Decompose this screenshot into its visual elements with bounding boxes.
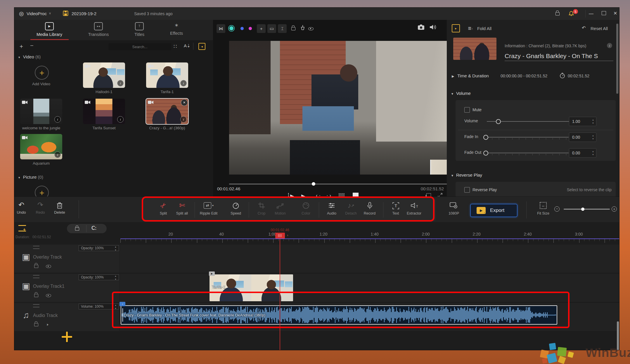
spinner-icon[interactable]: ▲▼ — [592, 118, 594, 125]
save-icon[interactable] — [63, 11, 68, 16]
tab-media-library[interactable]: ▶ Media Library — [37, 22, 62, 37]
brush-icon[interactable] — [300, 25, 306, 31]
track-drag-handle[interactable] — [33, 275, 39, 278]
track-header-overlay1[interactable]: Opacity: 100% ▲▼ ▣ Overlay Track1 — [14, 274, 120, 302]
playhead-line[interactable] — [280, 239, 280, 350]
mute-checkbox[interactable] — [464, 107, 470, 113]
app-menu[interactable]: VideoProc — [27, 11, 47, 16]
maximize-button[interactable] — [602, 11, 606, 15]
reset-all-button[interactable]: Reset All — [591, 26, 608, 31]
media-item-tarifa-sunset[interactable]: i — [83, 99, 125, 124]
grid-view-icon[interactable]: ∷ — [174, 43, 177, 50]
info-icon[interactable]: i — [180, 116, 187, 123]
collapse-arrow-icon[interactable]: ▶ — [452, 74, 454, 78]
volume-section-header[interactable]: ▼Volume — [451, 91, 471, 96]
ripple-edit-button[interactable]: ⇄ ▾ Ripple Edit — [195, 201, 222, 215]
ruler-ticks[interactable] — [120, 239, 619, 243]
fade-in-value-box[interactable]: 0.00 ▲▼ — [569, 133, 596, 142]
spinner-icon[interactable]: ▲▼ — [592, 150, 594, 156]
video-section-header[interactable]: ▾ Video (6) — [18, 54, 41, 59]
playhead-marker[interactable]: ||| — [275, 233, 285, 238]
remove-media-icon[interactable]: − — [30, 43, 34, 48]
spinner-icon[interactable]: ▲▼ — [115, 245, 117, 252]
redo-button[interactable]: ↷Redo — [31, 201, 50, 215]
zoom-slider-handle[interactable] — [581, 208, 584, 211]
info-icon[interactable]: i — [117, 116, 124, 123]
fade-out-slider[interactable] — [485, 153, 569, 153]
track-lock-icon[interactable] — [34, 264, 38, 269]
seekbar-handle[interactable] — [312, 182, 315, 186]
track-header-audio[interactable]: Volume: 100% ▲▼ ♫ Audio Track 🕨 — [14, 303, 120, 331]
search-input[interactable]: Search... — [108, 43, 171, 50]
zoom-in-icon[interactable]: ＋ — [612, 206, 617, 212]
color-button[interactable]: Color — [293, 201, 319, 215]
info-icon[interactable]: i — [607, 43, 612, 48]
export-button[interactable]: ▶↑ Export — [470, 204, 518, 217]
undo-button[interactable]: ↶Undo — [14, 201, 31, 215]
record-button[interactable]: Record — [356, 201, 383, 215]
lock-icon[interactable] — [555, 11, 560, 17]
timeline-lock-icon[interactable] — [75, 227, 79, 232]
info-icon[interactable]: i — [54, 151, 61, 158]
media-item-tarifa1[interactable]: i — [146, 62, 188, 88]
mask-color-magenta-icon[interactable] — [249, 27, 252, 30]
spinner-icon[interactable]: ▲▼ — [592, 134, 594, 140]
video-preview[interactable] — [229, 41, 459, 175]
volume-spinner[interactable]: Volume: 100% ▲▼ — [79, 304, 119, 309]
track-lock-icon[interactable] — [34, 293, 38, 298]
track-audio-icon[interactable]: 🕨 — [46, 322, 48, 327]
fit-size-button[interactable]: ↔ Fit Size — [530, 201, 556, 215]
add-media-icon[interactable]: ＋ — [18, 43, 24, 49]
tab-effects[interactable]: ✶ Effects — [170, 22, 183, 36]
inspector-panel-icon[interactable]: ▸ — [452, 24, 460, 32]
info-icon[interactable]: i — [54, 116, 61, 123]
media-item-aquarium[interactable]: i — [20, 134, 62, 159]
tab-transitions[interactable]: ▸◂ Transitions — [88, 22, 109, 37]
preview-lock-icon[interactable] — [291, 26, 295, 32]
track-drag-handle[interactable] — [33, 246, 39, 249]
speed-button[interactable]: Speed — [223, 201, 249, 215]
snapshot-camera-icon[interactable] — [418, 24, 425, 30]
motion-button[interactable]: Motion — [267, 201, 293, 215]
tab-titles[interactable]: T Titles — [134, 22, 144, 37]
minimize-button[interactable]: — — [589, 11, 593, 16]
add-video-button[interactable]: ＋ — [35, 66, 49, 80]
volume-value-box[interactable]: 1.00 ▲▼ — [569, 117, 596, 126]
media-item-hallodri[interactable]: i — [83, 62, 125, 88]
playhead-right-arrow-icon[interactable]: › — [287, 233, 288, 237]
preview-eye-icon[interactable] — [308, 26, 314, 32]
reverse-play-section-header[interactable]: ▼Reverse Play — [451, 173, 482, 177]
close-button[interactable]: ✕ — [613, 11, 617, 16]
snap-crosshair-cursor-icon[interactable]: ＋ — [257, 24, 266, 33]
magnet-snap-icon[interactable]: Ⅽ: — [91, 225, 97, 231]
zoom-out-icon[interactable]: − — [554, 206, 560, 212]
audio-monitor-speaker-icon[interactable] — [429, 24, 436, 30]
playhead-left-arrow-icon[interactable]: ‹: — [270, 233, 272, 237]
inspector-scrollbar[interactable] — [616, 24, 618, 94]
fold-all-button[interactable]: Fold All — [477, 26, 491, 31]
mask-color-teal-icon[interactable] — [229, 26, 233, 30]
audio-clip-crazy[interactable]: Crazy - Gnarls Barkley - On The Street F… — [121, 305, 557, 325]
opacity-spinner[interactable]: Opacity: 100% ▲▼ — [79, 274, 119, 280]
delete-button[interactable]: Delete — [50, 201, 69, 215]
spinner-icon[interactable]: ▲▼ — [115, 274, 117, 281]
spinner-icon[interactable]: ▲▼ — [115, 304, 117, 310]
preview-seekbar[interactable] — [229, 184, 459, 184]
track-header-overlay[interactable]: Opacity: 100% ▲▼ ▣ Overlay Track — [14, 245, 120, 273]
reverse-play-checkbox[interactable] — [464, 187, 470, 193]
fade-in-slider[interactable] — [485, 137, 569, 137]
volume-slider-handle[interactable] — [496, 119, 501, 124]
media-item-crazy-selected[interactable]: ✕ i — [146, 99, 188, 124]
timeline-zoom-slider[interactable] — [564, 209, 610, 210]
snap-edge-cursor-icon[interactable]: ▭ — [267, 24, 276, 33]
extractor-button[interactable]: T Extractor — [401, 201, 427, 215]
fade-out-value-box[interactable]: 0.00 ▲▼ — [569, 148, 596, 158]
info-icon[interactable]: i — [180, 80, 187, 86]
media-item-jungle[interactable]: i — [20, 99, 62, 124]
clip-title-field[interactable]: Crazy - Gnarls Barkley - On The S — [505, 53, 613, 61]
project-name[interactable]: 202109-19-2 — [72, 11, 96, 16]
split-all-button[interactable]: ✄ Split all — [169, 201, 195, 215]
info-icon[interactable]: i — [117, 80, 124, 86]
mask-color-blue-icon[interactable] — [240, 27, 244, 30]
fade-out-handle[interactable] — [483, 151, 488, 156]
